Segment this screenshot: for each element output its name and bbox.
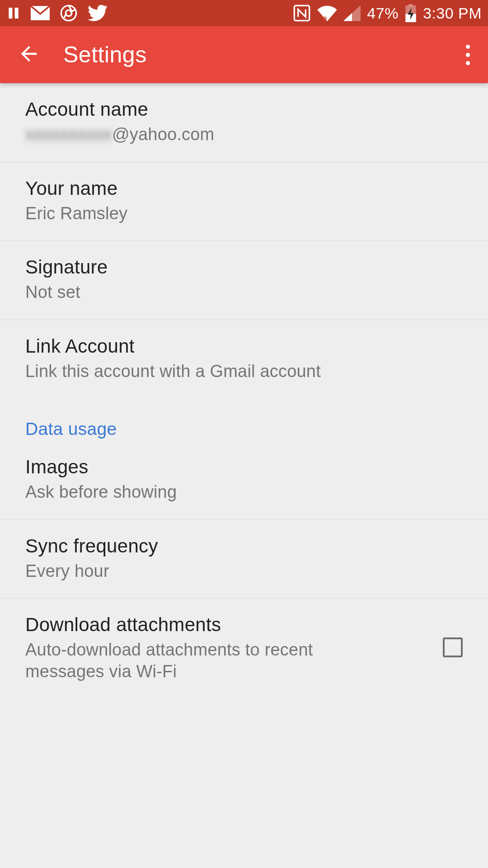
battery-charging-icon (405, 4, 417, 22)
setting-value: Eric Ramsley (25, 203, 463, 225)
setting-value: Every hour (25, 561, 463, 582)
twitter-icon (88, 5, 108, 22)
setting-title: Signature (25, 256, 463, 278)
svg-rect-1 (15, 8, 19, 19)
setting-title: Your name (25, 178, 463, 199)
nfc-icon (293, 4, 311, 22)
setting-title: Link Account (25, 335, 463, 357)
signal-icon (343, 5, 361, 21)
svg-rect-6 (408, 4, 413, 6)
section-header-data-usage: Data usage (0, 398, 488, 441)
redacted-text: xxxxxxxxxx (25, 124, 112, 146)
setting-title: Account name (25, 99, 463, 120)
setting-value: Link this account with a Gmail account (25, 361, 463, 382)
setting-title: Images (25, 456, 463, 478)
setting-download-attachments[interactable]: Download attachments Auto-download attac… (0, 599, 488, 696)
setting-title: Download attachments (25, 614, 420, 636)
battery-percent: 47% (367, 5, 399, 22)
svg-point-3 (66, 10, 71, 16)
pause-icon (6, 5, 21, 21)
status-left-icons (6, 4, 108, 22)
chrome-icon (60, 4, 78, 22)
status-right: 47% 3:30 PM (293, 4, 482, 22)
app-bar: Settings (0, 26, 488, 83)
overflow-menu-icon[interactable] (461, 40, 474, 70)
setting-value: Ask before showing (25, 481, 463, 503)
wifi-icon (317, 5, 337, 21)
checkbox-download-attachments[interactable] (443, 637, 463, 657)
settings-list: Account name xxxxxxxxxx@yahoo.com Your n… (0, 83, 488, 696)
status-bar: 47% 3:30 PM (0, 0, 488, 26)
mail-icon (31, 6, 50, 20)
setting-title: Sync frequency (25, 535, 463, 557)
svg-rect-0 (9, 8, 12, 19)
setting-sync-frequency[interactable]: Sync frequency Every hour (0, 520, 488, 599)
setting-value: xxxxxxxxxx@yahoo.com (25, 124, 463, 146)
email-domain: @yahoo.com (112, 125, 214, 144)
clock: 3:30 PM (423, 5, 482, 22)
setting-account-name[interactable]: Account name xxxxxxxxxx@yahoo.com (0, 83, 488, 162)
setting-images[interactable]: Images Ask before showing (0, 441, 488, 520)
setting-value: Auto-download attachments to recent mess… (25, 639, 314, 682)
setting-your-name[interactable]: Your name Eric Ramsley (0, 162, 488, 241)
setting-value: Not set (25, 282, 463, 303)
setting-signature[interactable]: Signature Not set (0, 241, 488, 320)
setting-link-account[interactable]: Link Account Link this account with a Gm… (0, 320, 488, 399)
page-title: Settings (63, 42, 147, 68)
back-arrow-icon[interactable] (17, 42, 41, 67)
